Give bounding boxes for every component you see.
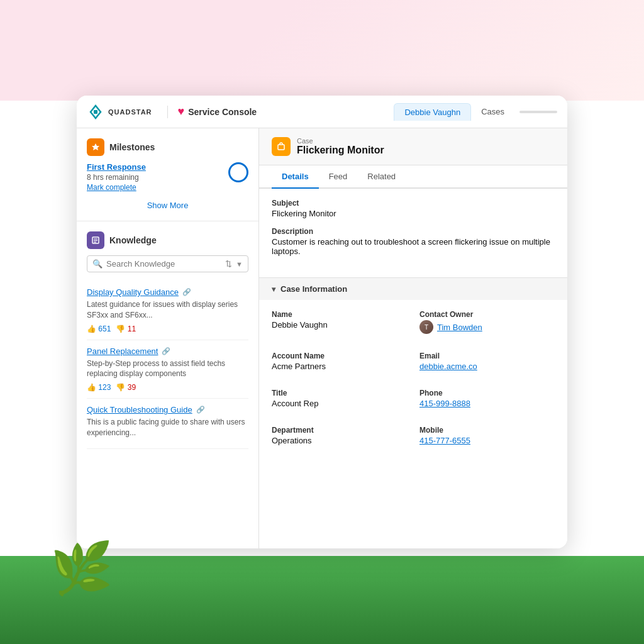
account-name-field: Account Name Acme Partners xyxy=(272,352,407,371)
article-item-3: Quick Troubleshooting Guide 🔗 This is a … xyxy=(87,399,248,449)
tab-details[interactable]: Details xyxy=(272,165,319,189)
milestones-header: Milestones xyxy=(87,138,248,156)
knowledge-search-input[interactable] xyxy=(106,259,221,269)
article-title-row-2: Panel Replacement 🔗 xyxy=(87,347,248,356)
subject-field: Subject Flickering Monitor xyxy=(272,199,555,218)
title-value: Account Rep xyxy=(272,399,407,408)
knowledge-header: Knowledge xyxy=(87,231,248,249)
mark-complete-link[interactable]: Mark complete xyxy=(87,183,221,192)
milestones-svg xyxy=(91,143,100,152)
contact-owner-row: T Tim Bowden xyxy=(419,320,555,334)
nav-tab-debbie-vaughn[interactable]: Debbie Vaughn xyxy=(394,103,471,121)
account-name-label: Account Name xyxy=(272,352,407,360)
article-link-icon-1[interactable]: 🔗 xyxy=(182,288,191,296)
description-value: Customer is reaching out to troubleshoot… xyxy=(272,237,555,256)
nav-divider xyxy=(167,106,168,118)
mobile-label: Mobile xyxy=(419,426,555,435)
nav-tabs: Debbie Vaughn Cases xyxy=(394,103,557,121)
logo-text: QUADSTAR xyxy=(108,108,152,116)
article-desc-1: Latest guidance for issues with display … xyxy=(87,299,248,321)
milestone-content: First Response 8 hrs remaining Mark comp… xyxy=(87,162,248,192)
article-title-1[interactable]: Display Quality Guidance xyxy=(87,287,179,297)
description-field: Description Customer is reaching out to … xyxy=(272,227,555,256)
case-title-group: Case Flickering Monitor xyxy=(297,137,384,156)
logo-area: QUADSTAR xyxy=(87,103,152,121)
name-value: Debbie Vaughn xyxy=(272,320,407,330)
right-panel: Case Flickering Monitor Details Feed Rel… xyxy=(259,128,567,548)
subject-value: Flickering Monitor xyxy=(272,209,555,218)
phone-field: Phone 415-999-8888 xyxy=(419,389,555,408)
case-info-section: ▾ Case Information Name Debbie Vaughn Co… xyxy=(259,277,567,464)
name-label: Name xyxy=(272,310,407,319)
show-more-link[interactable]: Show More xyxy=(147,201,189,210)
name-field: Name Debbie Vaughn xyxy=(272,310,407,334)
service-console-area: ♥ Service Console xyxy=(178,105,387,118)
article-votes-1: 👍 651 👎 11 xyxy=(87,325,248,333)
case-info-header[interactable]: ▾ Case Information xyxy=(259,278,567,300)
title-label: Title xyxy=(272,389,407,397)
contact-owner-value[interactable]: Tim Bowden xyxy=(437,323,482,332)
email-value[interactable]: debbie.acme.co xyxy=(419,362,555,371)
article-desc-3: This is a public facing guide to share w… xyxy=(87,417,248,438)
case-icon xyxy=(272,137,291,156)
svg-rect-7 xyxy=(278,145,284,150)
nav-tab-cases[interactable]: Cases xyxy=(471,103,514,120)
milestone-info: First Response 8 hrs remaining Mark comp… xyxy=(87,162,221,192)
vote-down-1: 👎 11 xyxy=(116,325,136,333)
knowledge-section: Knowledge 🔍 ⇅ ▼ Display Quality Guidance… xyxy=(77,221,258,548)
article-votes-2: 👍 123 👎 39 xyxy=(87,383,248,392)
knowledge-icon xyxy=(87,231,104,249)
case-svg xyxy=(277,142,286,151)
article-item-2: Panel Replacement 🔗 Step-by-Step process… xyxy=(87,340,248,399)
phone-value[interactable]: 415-999-8888 xyxy=(419,399,555,408)
article-link-icon-3[interactable]: 🔗 xyxy=(196,406,205,414)
svg-rect-1 xyxy=(94,110,97,114)
article-desc-2: Step-by-Step process to assist field tec… xyxy=(87,358,248,380)
case-info-title: Case Information xyxy=(280,284,347,294)
subject-label: Subject xyxy=(272,199,555,208)
department-label: Department xyxy=(272,426,407,435)
search-icon: 🔍 xyxy=(92,259,103,269)
body-area: Milestones First Response 8 hrs remainin… xyxy=(77,128,567,548)
milestone-circle xyxy=(228,162,248,182)
article-title-row-3: Quick Troubleshooting Guide 🔗 xyxy=(87,405,248,414)
case-label: Case xyxy=(297,137,384,145)
tab-related[interactable]: Related xyxy=(357,165,406,189)
department-value: Operations xyxy=(272,436,407,445)
detail-content: Subject Flickering Monitor Description C… xyxy=(259,189,567,275)
article-link-icon-2[interactable]: 🔗 xyxy=(162,347,170,355)
chevron-down-icon: ▾ xyxy=(272,285,275,294)
description-label: Description xyxy=(272,227,555,236)
contact-owner-field: Contact Owner T Tim Bowden xyxy=(419,310,555,334)
nav-bar: QUADSTAR ♥ Service Console Debbie Vaughn… xyxy=(77,96,567,128)
article-title-row-1: Display Quality Guidance 🔗 xyxy=(87,287,248,297)
vote-up-2: 👍 123 xyxy=(87,383,111,392)
show-more-btn: Show More xyxy=(87,199,248,211)
contact-owner-label: Contact Owner xyxy=(419,310,555,319)
knowledge-title: Knowledge xyxy=(109,235,157,245)
tab-feed[interactable]: Feed xyxy=(319,165,358,189)
heart-icon: ♥ xyxy=(178,105,185,118)
knowledge-search-bar[interactable]: 🔍 ⇅ ▼ xyxy=(87,255,248,272)
milestones-icon xyxy=(87,138,104,156)
phone-label: Phone xyxy=(419,389,555,397)
nav-tab-bar xyxy=(519,111,557,113)
vote-up-1: 👍 651 xyxy=(87,325,111,333)
article-title-2[interactable]: Panel Replacement xyxy=(87,347,158,356)
dropdown-icon[interactable]: ▼ xyxy=(236,260,243,268)
tree-decoration: 🌿 xyxy=(50,543,113,594)
milestone-time-remaining: 8 hrs remaining xyxy=(87,173,221,182)
article-title-3[interactable]: Quick Troubleshooting Guide xyxy=(87,405,192,414)
knowledge-svg xyxy=(91,236,100,245)
case-title: Flickering Monitor xyxy=(297,145,384,156)
mobile-field: Mobile 415-777-6555 xyxy=(419,426,555,445)
email-label: Email xyxy=(419,352,555,360)
first-response-link[interactable]: First Response xyxy=(87,162,221,172)
vote-down-2: 👎 39 xyxy=(116,383,136,392)
sort-icon[interactable]: ⇅ xyxy=(225,259,232,269)
left-panel: Milestones First Response 8 hrs remainin… xyxy=(77,128,259,548)
quadstar-logo-icon xyxy=(87,103,104,121)
mobile-value[interactable]: 415-777-6555 xyxy=(419,436,555,445)
milestones-title: Milestones xyxy=(109,142,155,152)
department-field: Department Operations xyxy=(272,426,407,445)
